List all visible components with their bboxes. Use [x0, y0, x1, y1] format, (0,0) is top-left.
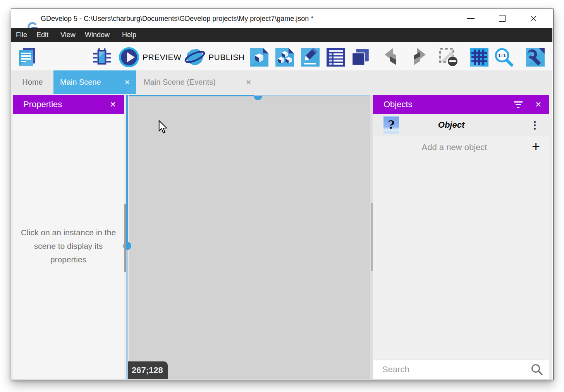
scene-canvas[interactable] [129, 95, 370, 379]
menu-item-file[interactable]: File [16, 28, 27, 42]
properties-panel-title: Properties [23, 99, 62, 110]
add-object-icon[interactable]: + [532, 136, 540, 157]
minimize-icon [467, 18, 475, 19]
menu-item-help[interactable]: Help [122, 28, 136, 42]
vertical-scrollbar-track[interactable] [126, 250, 128, 379]
redo-icon [409, 48, 427, 67]
edit-pencil-icon [301, 48, 320, 67]
object-search-bar [373, 359, 549, 379]
project-manager-button[interactable] [17, 47, 38, 68]
grid-icon [470, 48, 488, 67]
close-icon [530, 15, 537, 22]
clear-selection-icon [439, 48, 458, 67]
scene-settings-button[interactable] [525, 47, 546, 68]
menu-bar: File Edit View Window Help [11, 28, 552, 42]
tab-main-scene-events[interactable]: Main Scene (Events) ✕ [136, 70, 257, 94]
properties-panel: Properties ✕ Click on an instance in the… [13, 95, 124, 379]
zoom-original-button[interactable]: 1:1 [494, 47, 514, 68]
layers-editor-button[interactable] [350, 47, 371, 68]
properties-empty-message: Click on an instance in the scene to dis… [16, 226, 121, 266]
filter-icon[interactable] [514, 101, 523, 108]
mouse-cursor [158, 120, 168, 134]
object-groups-icon [275, 48, 294, 67]
preview-button[interactable] [119, 47, 139, 68]
publish-globe-icon [184, 47, 205, 68]
horizontal-scrollbar-track[interactable] [262, 95, 370, 96]
debugger-button[interactable] [91, 47, 112, 68]
redo-button[interactable] [408, 47, 428, 68]
canvas-scrollbar-thumb[interactable] [371, 203, 373, 271]
project-manager-icon [17, 47, 37, 67]
object-name: Object [420, 120, 482, 130]
object-menu-icon[interactable]: ⋮ [530, 120, 540, 130]
editor-tab-bar: Home Main Scene ✕ Main Scene (Events) ✕ [11, 70, 552, 94]
horizontal-scrollbar-track[interactable] [129, 95, 254, 96]
toolbar-separator [433, 47, 433, 67]
objects-panel-title: Objects [383, 99, 413, 110]
add-object-row[interactable]: Add a new object + [373, 137, 549, 158]
toolbar-separator [464, 47, 464, 67]
scene-properties-button[interactable] [300, 47, 321, 68]
minimize-button[interactable] [457, 9, 484, 28]
tab-label: Main Scene (Events) [144, 78, 216, 87]
preview-label[interactable]: PREVIEW [143, 53, 181, 62]
objects-panel-header: Objects ✕ [373, 95, 549, 114]
cursor-coordinates-badge: 267;128 [128, 361, 168, 379]
publish-label[interactable]: PUBLISH [208, 53, 244, 62]
search-icon [531, 363, 543, 376]
close-panel-icon[interactable]: ✕ [110, 101, 116, 108]
tab-main-scene[interactable]: Main Scene ✕ [53, 70, 136, 94]
undo-button[interactable] [382, 47, 403, 68]
search-input[interactable] [382, 359, 526, 379]
instances-list-icon [327, 48, 345, 67]
object-groups-button[interactable] [274, 47, 295, 68]
maximize-icon [499, 15, 506, 22]
wrench-icon [526, 48, 545, 67]
tab-home[interactable]: Home [18, 70, 47, 94]
panel-scrollbar-thumb[interactable] [124, 204, 126, 272]
publish-button[interactable] [184, 47, 205, 68]
undo-icon [383, 48, 402, 67]
window-title: GDevelop 5 - C:\Users\charburg\Documents… [41, 9, 313, 28]
tab-close-icon[interactable]: ✕ [246, 78, 251, 87]
object-list-item[interactable]: ? Object ⋮ [373, 114, 549, 136]
unknown-object-icon: ? [383, 116, 399, 134]
tab-label: Home [22, 78, 43, 87]
instances-list-button[interactable] [325, 47, 346, 68]
debugger-bug-icon [92, 48, 112, 67]
objects-editor-button[interactable] [249, 47, 270, 68]
menu-item-view[interactable]: View [60, 28, 76, 42]
close-window-button[interactable] [520, 9, 547, 28]
tab-close-icon[interactable]: ✕ [124, 78, 130, 87]
svg-text:1:1: 1:1 [498, 53, 506, 58]
close-panel-icon[interactable]: ✕ [535, 101, 542, 108]
toolbar-separator [520, 47, 520, 67]
toolbar-separator [376, 47, 376, 67]
add-object-label: Add a new object [394, 137, 514, 158]
maximize-button[interactable] [488, 9, 516, 28]
clear-selection-button[interactable] [438, 47, 459, 68]
properties-panel-header: Properties ✕ [13, 95, 124, 114]
objects-panel: Objects ✕ ? Object ⋮ Add a new object + [373, 95, 549, 379]
preview-play-icon [119, 47, 139, 68]
tab-label: Main Scene [60, 78, 101, 87]
layers-icon [351, 48, 370, 67]
vertical-scrollbar-track[interactable] [126, 95, 128, 242]
grid-button[interactable] [469, 47, 490, 68]
menu-item-window[interactable]: Window [85, 28, 110, 42]
zoom-1-1-icon: 1:1 [494, 47, 514, 67]
objects-editor-icon [250, 48, 268, 67]
menu-item-edit[interactable]: Edit [36, 28, 48, 42]
